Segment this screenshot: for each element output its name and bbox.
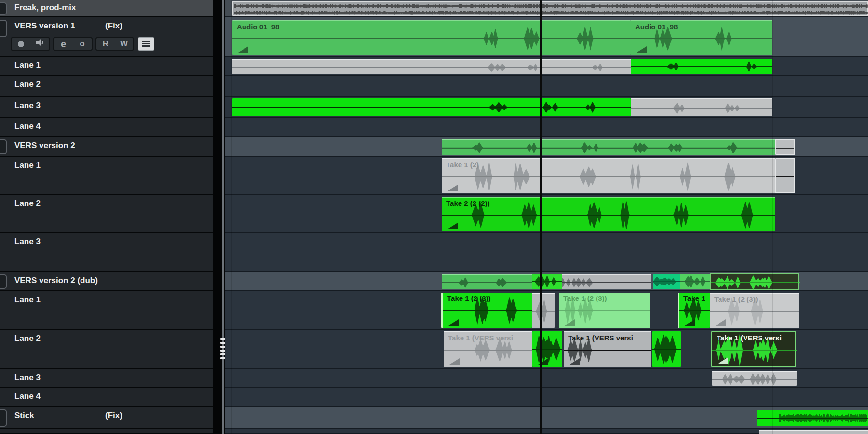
sidebar-track-vers-version-2-dub-[interactable]: VERS version 2 (dub)	[0, 272, 213, 291]
sidebar-track-freak-prod-mix[interactable]: Freak, prod-mix	[0, 0, 213, 17]
sidebar-lane-lane-3[interactable]: Lane 3	[0, 369, 213, 388]
splitter-grip-dash[interactable]	[220, 346, 225, 348]
record-enable-button[interactable]	[12, 41, 30, 47]
waveform-centerline	[232, 107, 631, 108]
playhead-cursor[interactable]	[540, 0, 542, 434]
grid-line-overlay	[412, 0, 412, 434]
waveform-centerline	[757, 418, 868, 419]
audio-event[interactable]	[775, 158, 795, 193]
sidebar-track-vers-version-2[interactable]: VERS version 2	[0, 137, 213, 157]
monitor-button[interactable]	[30, 38, 49, 50]
audio-event[interactable]	[562, 274, 651, 289]
sidebar-track-stick[interactable]: Stick(Fix)	[0, 407, 213, 429]
fade-in-handle[interactable]	[448, 319, 459, 326]
splitter-grip-dash[interactable]	[220, 338, 225, 340]
sidebar-lane-lane-1[interactable]: Lane 1	[0, 157, 213, 195]
audio-event[interactable]	[532, 331, 562, 367]
clip-name-label: Take 1 (VERS versi	[568, 334, 633, 342]
sidebar-lane-lane-3[interactable]: Lane 3	[0, 233, 213, 272]
audio-event-take-1-2-[interactable]: Take 1 (2)	[442, 158, 775, 193]
audio-event[interactable]	[442, 274, 532, 289]
sidebar-splitter[interactable]	[213, 0, 225, 434]
audio-event-audio-01-98[interactable]: Audio 01_98	[232, 20, 631, 55]
sidebar-lane-lane-2[interactable]: Lane 2	[0, 76, 213, 97]
show-lanes-button[interactable]	[138, 37, 154, 51]
sidebar-lane-lane-3[interactable]: Lane 3	[0, 97, 213, 118]
grid-line-overlay	[231, 0, 232, 434]
sidebar-lane-lane-2[interactable]: Lane 2	[0, 330, 213, 369]
waveform-centerline	[532, 281, 562, 282]
audio-event[interactable]	[759, 430, 868, 434]
sidebar-lane-lane-4[interactable]: Lane 4	[0, 118, 213, 137]
audio-event-take-1-2-3-[interactable]: Take 1 (2 (3))	[441, 293, 532, 328]
splitter-grip-dash[interactable]	[220, 342, 225, 344]
sidebar-lane-lane-1[interactable]: Lane 1	[0, 57, 213, 76]
sidebar-track-vers-version-1[interactable]: VERS version 1(Fix)eoRW	[0, 17, 213, 57]
edit-channel-button[interactable]: e	[54, 38, 73, 50]
fade-in-handle[interactable]	[637, 46, 647, 53]
grid-line-overlay	[532, 0, 532, 434]
audio-event-take-1-2-3-[interactable]: Take 1 (2 (3))	[710, 293, 799, 328]
audio-event[interactable]	[232, 59, 631, 74]
fade-in-handle[interactable]	[449, 358, 460, 365]
audio-event[interactable]	[532, 274, 562, 289]
grid-line-overlay	[712, 0, 712, 434]
fade-in-handle[interactable]	[448, 223, 458, 229]
waveform-centerline	[711, 282, 798, 283]
track-name-label: Lane 1	[14, 295, 41, 305]
audio-event[interactable]	[232, 98, 631, 116]
audio-event[interactable]	[442, 139, 775, 155]
fade-in-handle[interactable]	[238, 46, 248, 53]
audio-event[interactable]	[532, 293, 555, 328]
track-fix-suffix: (Fix)	[105, 411, 122, 420]
track-name-label: Lane 2	[14, 334, 41, 343]
track-buttons-group	[11, 37, 50, 51]
fade-in-handle[interactable]	[448, 185, 458, 191]
fade-in-handle[interactable]	[716, 319, 726, 326]
audio-event[interactable]	[680, 274, 710, 289]
clip-name-label: Take 1 (2)	[446, 161, 479, 169]
audio-event[interactable]	[775, 139, 795, 155]
waveform-centerline	[232, 38, 631, 39]
splitter-grip-dash[interactable]	[220, 353, 225, 355]
waveform-graphic	[233, 2, 868, 17]
sidebar-lane-lane-1[interactable]: Lane 1	[0, 291, 213, 330]
audio-event[interactable]	[710, 273, 799, 290]
audio-event-take-1[interactable]: Take 1	[678, 293, 710, 328]
audio-event-take-1-vers-versi[interactable]: Take 1 (VERS versi	[711, 331, 796, 367]
audio-event[interactable]	[757, 410, 868, 426]
clip-name-label: Take 1 (VERS versi	[448, 334, 513, 342]
splitter-grip-dash[interactable]	[220, 357, 225, 359]
audio-event-take-2-2-2-[interactable]: Take 2 (2 (2))	[442, 197, 775, 231]
grid-line-overlay	[832, 0, 832, 434]
clip-name-label: Take 1	[683, 294, 705, 302]
track-name-label: Freak, prod-mix	[14, 3, 76, 13]
splitter-line[interactable]	[222, 0, 224, 434]
track-color-notch	[0, 139, 7, 154]
sidebar-lane-lane-2[interactable]: Lane 2	[0, 195, 213, 233]
audio-event-take-1-vers-versi[interactable]: Take 1 (VERS versi	[444, 331, 532, 367]
splitter-grip-dash[interactable]	[220, 350, 225, 352]
waveform-centerline	[562, 282, 651, 283]
output-button[interactable]: o	[73, 38, 92, 50]
audio-event[interactable]	[653, 274, 680, 289]
track-name-label: VERS version 1	[14, 21, 75, 31]
fade-in-handle[interactable]	[718, 357, 728, 364]
sidebar-lane-lane-4[interactable]: Lane 4	[0, 388, 213, 407]
fade-in-handle[interactable]	[570, 358, 580, 365]
sidebar-lane-row[interactable]	[0, 429, 213, 434]
write-automation-button[interactable]: W	[115, 38, 133, 50]
fade-in-handle[interactable]	[685, 319, 695, 326]
grid-line-overlay	[652, 0, 652, 434]
track-name-label: Lane 1	[14, 161, 41, 170]
audio-event[interactable]	[712, 371, 797, 386]
audio-event-take-1-2-3-[interactable]: Take 1 (2 (3))	[559, 293, 650, 328]
grid-line-overlay	[292, 0, 292, 434]
waveform-centerline	[443, 310, 532, 311]
fade-in-handle[interactable]	[565, 319, 575, 326]
audio-event[interactable]	[652, 331, 681, 367]
speaker-icon	[35, 38, 45, 47]
audio-event-take-1-vers-versi[interactable]: Take 1 (VERS versi	[564, 331, 651, 367]
read-automation-button[interactable]: R	[96, 38, 115, 50]
audio-event[interactable]	[232, 1, 868, 16]
